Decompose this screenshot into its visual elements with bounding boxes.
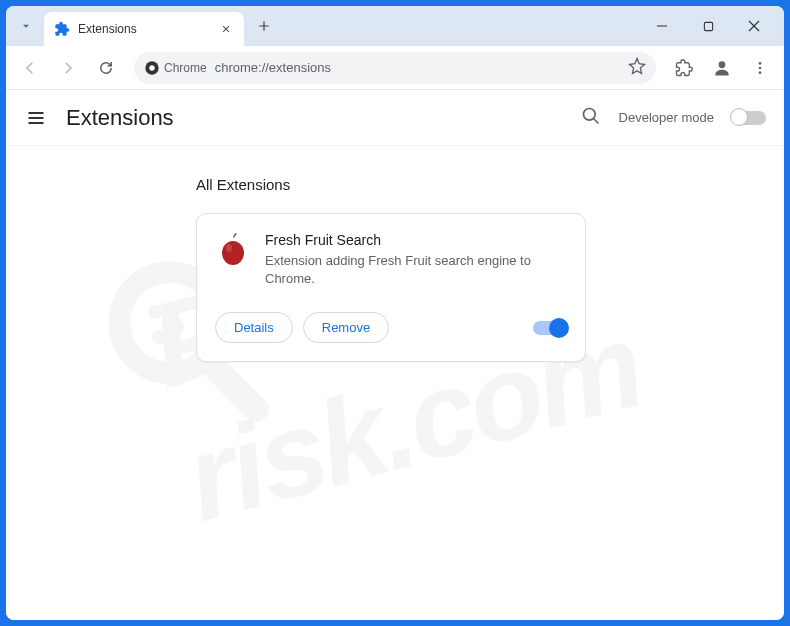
address-bar[interactable]: Chrome chrome://extensions — [134, 52, 656, 84]
section-title: All Extensions — [196, 176, 754, 193]
tab-close-button[interactable] — [218, 21, 234, 37]
hamburger-menu-button[interactable] — [24, 106, 48, 130]
forward-button[interactable] — [52, 52, 84, 84]
bookmark-star-icon[interactable] — [628, 57, 646, 79]
svg-point-15 — [226, 244, 232, 252]
search-extensions-button[interactable] — [581, 106, 601, 130]
extension-name: Fresh Fruit Search — [265, 232, 567, 248]
profile-button[interactable] — [706, 52, 738, 84]
page-content: PC risk.com Extensions Developer mode Al… — [6, 90, 784, 620]
reload-button[interactable] — [90, 52, 122, 84]
developer-mode-toggle[interactable] — [732, 111, 766, 125]
tab-search-button[interactable] — [12, 12, 40, 40]
extension-enable-toggle[interactable] — [533, 321, 567, 335]
details-button[interactable]: Details — [215, 312, 293, 343]
close-window-button[interactable] — [740, 12, 768, 40]
back-button[interactable] — [14, 52, 46, 84]
extensions-body: All Extensions Fresh Fruit Search Extens… — [6, 146, 784, 392]
tab-title: Extensions — [78, 22, 210, 36]
svg-point-4 — [759, 62, 762, 65]
site-label: Chrome — [164, 61, 207, 75]
browser-tab[interactable]: Extensions — [44, 12, 244, 46]
maximize-button[interactable] — [694, 12, 722, 40]
svg-point-2 — [149, 65, 154, 70]
svg-point-3 — [719, 61, 726, 68]
svg-rect-0 — [704, 22, 712, 30]
toggle-knob — [549, 318, 569, 338]
svg-point-6 — [759, 71, 762, 74]
extensions-button[interactable] — [668, 52, 700, 84]
remove-button[interactable]: Remove — [303, 312, 389, 343]
developer-mode-label: Developer mode — [619, 110, 714, 125]
svg-line-13 — [593, 118, 598, 123]
extensions-header: Extensions Developer mode — [6, 90, 784, 146]
puzzle-icon — [54, 21, 70, 37]
toolbar: Chrome chrome://extensions — [6, 46, 784, 90]
svg-point-5 — [759, 66, 762, 69]
svg-point-14 — [222, 241, 244, 265]
chrome-icon: Chrome — [144, 60, 207, 76]
svg-point-12 — [583, 108, 595, 120]
extension-description: Extension adding Fresh Fruit search engi… — [265, 252, 567, 288]
window-controls — [648, 12, 778, 40]
browser-window: Extensions — [6, 6, 784, 620]
menu-button[interactable] — [744, 52, 776, 84]
apple-icon — [215, 232, 251, 268]
new-tab-button[interactable] — [250, 12, 278, 40]
page-title: Extensions — [66, 105, 174, 131]
titlebar: Extensions — [6, 6, 784, 46]
minimize-button[interactable] — [648, 12, 676, 40]
url-text: chrome://extensions — [215, 60, 620, 75]
toggle-knob — [730, 108, 748, 126]
extension-card: Fresh Fruit Search Extension adding Fres… — [196, 213, 586, 362]
